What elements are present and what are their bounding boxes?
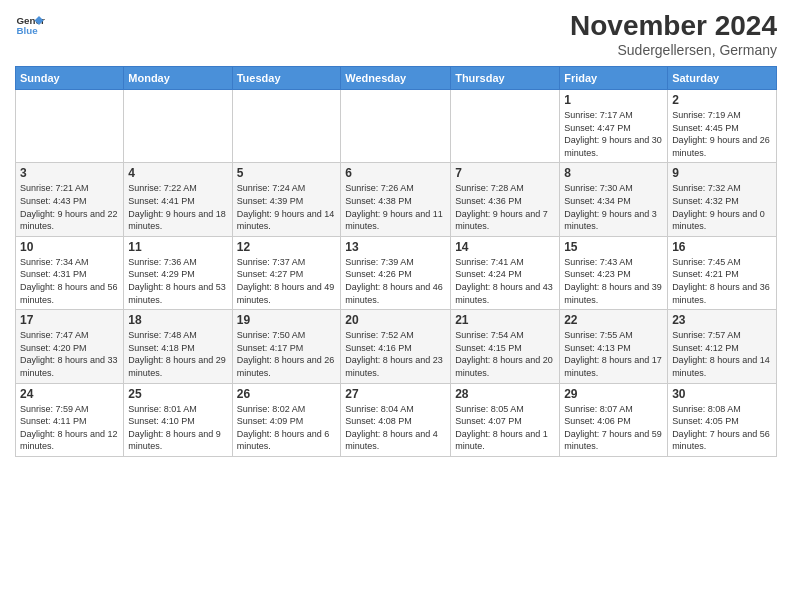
day-number: 19 [237,313,337,327]
day-number: 28 [455,387,555,401]
day-number: 18 [128,313,227,327]
day-info: Sunrise: 7:21 AMSunset: 4:43 PMDaylight:… [20,182,119,232]
day-number: 3 [20,166,119,180]
day-info: Sunrise: 7:52 AMSunset: 4:16 PMDaylight:… [345,329,446,379]
calendar-cell: 7Sunrise: 7:28 AMSunset: 4:36 PMDaylight… [451,163,560,236]
calendar-cell: 11Sunrise: 7:36 AMSunset: 4:29 PMDayligh… [124,236,232,309]
day-info: Sunrise: 7:24 AMSunset: 4:39 PMDaylight:… [237,182,337,232]
day-number: 17 [20,313,119,327]
day-info: Sunrise: 7:36 AMSunset: 4:29 PMDaylight:… [128,256,227,306]
day-info: Sunrise: 7:45 AMSunset: 4:21 PMDaylight:… [672,256,772,306]
day-number: 12 [237,240,337,254]
calendar-cell: 19Sunrise: 7:50 AMSunset: 4:17 PMDayligh… [232,310,341,383]
calendar-cell: 2Sunrise: 7:19 AMSunset: 4:45 PMDaylight… [668,90,777,163]
calendar-cell: 30Sunrise: 8:08 AMSunset: 4:05 PMDayligh… [668,383,777,456]
day-info: Sunrise: 7:47 AMSunset: 4:20 PMDaylight:… [20,329,119,379]
day-info: Sunrise: 7:48 AMSunset: 4:18 PMDaylight:… [128,329,227,379]
calendar-cell: 16Sunrise: 7:45 AMSunset: 4:21 PMDayligh… [668,236,777,309]
col-tuesday: Tuesday [232,67,341,90]
day-number: 5 [237,166,337,180]
calendar-cell: 26Sunrise: 8:02 AMSunset: 4:09 PMDayligh… [232,383,341,456]
calendar-cell [232,90,341,163]
col-wednesday: Wednesday [341,67,451,90]
calendar-table: Sunday Monday Tuesday Wednesday Thursday… [15,66,777,457]
day-info: Sunrise: 8:04 AMSunset: 4:08 PMDaylight:… [345,403,446,453]
day-number: 15 [564,240,663,254]
header: General Blue General Blue November 2024 … [15,10,777,58]
day-info: Sunrise: 7:19 AMSunset: 4:45 PMDaylight:… [672,109,772,159]
day-info: Sunrise: 7:37 AMSunset: 4:27 PMDaylight:… [237,256,337,306]
calendar-cell [16,90,124,163]
day-info: Sunrise: 7:39 AMSunset: 4:26 PMDaylight:… [345,256,446,306]
calendar-cell: 9Sunrise: 7:32 AMSunset: 4:32 PMDaylight… [668,163,777,236]
calendar-cell: 6Sunrise: 7:26 AMSunset: 4:38 PMDaylight… [341,163,451,236]
day-number: 27 [345,387,446,401]
calendar-week-3: 10Sunrise: 7:34 AMSunset: 4:31 PMDayligh… [16,236,777,309]
title-block: November 2024 Sudergellersen, Germany [570,10,777,58]
calendar-cell: 25Sunrise: 8:01 AMSunset: 4:10 PMDayligh… [124,383,232,456]
calendar-cell: 29Sunrise: 8:07 AMSunset: 4:06 PMDayligh… [560,383,668,456]
calendar-cell: 5Sunrise: 7:24 AMSunset: 4:39 PMDaylight… [232,163,341,236]
calendar-cell: 4Sunrise: 7:22 AMSunset: 4:41 PMDaylight… [124,163,232,236]
col-monday: Monday [124,67,232,90]
day-number: 7 [455,166,555,180]
day-info: Sunrise: 7:59 AMSunset: 4:11 PMDaylight:… [20,403,119,453]
day-number: 22 [564,313,663,327]
day-number: 26 [237,387,337,401]
col-saturday: Saturday [668,67,777,90]
day-number: 10 [20,240,119,254]
logo-icon: General Blue [15,10,45,40]
day-number: 30 [672,387,772,401]
calendar-cell [341,90,451,163]
col-sunday: Sunday [16,67,124,90]
day-info: Sunrise: 7:26 AMSunset: 4:38 PMDaylight:… [345,182,446,232]
day-info: Sunrise: 7:32 AMSunset: 4:32 PMDaylight:… [672,182,772,232]
day-number: 16 [672,240,772,254]
day-number: 25 [128,387,227,401]
day-number: 9 [672,166,772,180]
day-info: Sunrise: 7:50 AMSunset: 4:17 PMDaylight:… [237,329,337,379]
day-info: Sunrise: 8:07 AMSunset: 4:06 PMDaylight:… [564,403,663,453]
calendar-body: 1Sunrise: 7:17 AMSunset: 4:47 PMDaylight… [16,90,777,457]
day-info: Sunrise: 7:22 AMSunset: 4:41 PMDaylight:… [128,182,227,232]
calendar-cell: 24Sunrise: 7:59 AMSunset: 4:11 PMDayligh… [16,383,124,456]
day-info: Sunrise: 8:05 AMSunset: 4:07 PMDaylight:… [455,403,555,453]
calendar-cell: 28Sunrise: 8:05 AMSunset: 4:07 PMDayligh… [451,383,560,456]
calendar-cell: 14Sunrise: 7:41 AMSunset: 4:24 PMDayligh… [451,236,560,309]
calendar-cell [124,90,232,163]
day-number: 2 [672,93,772,107]
calendar-header: Sunday Monday Tuesday Wednesday Thursday… [16,67,777,90]
day-info: Sunrise: 7:30 AMSunset: 4:34 PMDaylight:… [564,182,663,232]
day-number: 20 [345,313,446,327]
calendar-cell: 27Sunrise: 8:04 AMSunset: 4:08 PMDayligh… [341,383,451,456]
day-number: 6 [345,166,446,180]
day-number: 23 [672,313,772,327]
calendar-week-4: 17Sunrise: 7:47 AMSunset: 4:20 PMDayligh… [16,310,777,383]
calendar-week-2: 3Sunrise: 7:21 AMSunset: 4:43 PMDaylight… [16,163,777,236]
day-info: Sunrise: 7:54 AMSunset: 4:15 PMDaylight:… [455,329,555,379]
calendar-cell: 12Sunrise: 7:37 AMSunset: 4:27 PMDayligh… [232,236,341,309]
day-number: 11 [128,240,227,254]
day-info: Sunrise: 7:41 AMSunset: 4:24 PMDaylight:… [455,256,555,306]
day-number: 1 [564,93,663,107]
calendar-cell: 13Sunrise: 7:39 AMSunset: 4:26 PMDayligh… [341,236,451,309]
calendar-cell: 15Sunrise: 7:43 AMSunset: 4:23 PMDayligh… [560,236,668,309]
day-number: 29 [564,387,663,401]
day-info: Sunrise: 8:01 AMSunset: 4:10 PMDaylight:… [128,403,227,453]
location-subtitle: Sudergellersen, Germany [570,42,777,58]
day-info: Sunrise: 7:43 AMSunset: 4:23 PMDaylight:… [564,256,663,306]
day-info: Sunrise: 7:34 AMSunset: 4:31 PMDaylight:… [20,256,119,306]
calendar-cell: 10Sunrise: 7:34 AMSunset: 4:31 PMDayligh… [16,236,124,309]
day-number: 14 [455,240,555,254]
header-row: Sunday Monday Tuesday Wednesday Thursday… [16,67,777,90]
calendar-cell: 23Sunrise: 7:57 AMSunset: 4:12 PMDayligh… [668,310,777,383]
day-info: Sunrise: 7:17 AMSunset: 4:47 PMDaylight:… [564,109,663,159]
day-number: 24 [20,387,119,401]
day-number: 4 [128,166,227,180]
day-number: 21 [455,313,555,327]
logo: General Blue General Blue [15,10,45,40]
calendar-cell [451,90,560,163]
day-info: Sunrise: 7:55 AMSunset: 4:13 PMDaylight:… [564,329,663,379]
day-number: 8 [564,166,663,180]
calendar-cell: 17Sunrise: 7:47 AMSunset: 4:20 PMDayligh… [16,310,124,383]
